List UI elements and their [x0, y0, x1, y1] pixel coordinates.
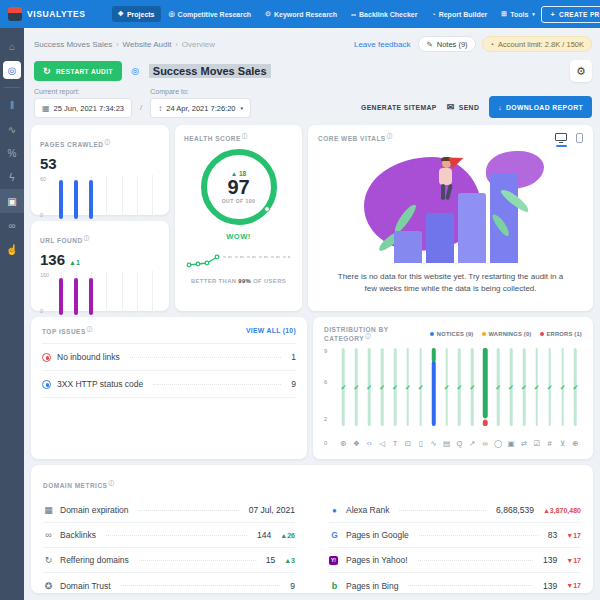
sidebar-item-home[interactable]: ⌂	[0, 34, 24, 58]
issue-count: 1	[291, 352, 296, 362]
nav-item-report-builder[interactable]: ◔Report Builder	[425, 7, 493, 22]
issue-label: 3XX HTTP status code	[57, 379, 143, 389]
info-icon[interactable]: ⓘ	[387, 133, 393, 139]
url-found-card: URL FOUNDⓘ 136▲1 1600	[31, 221, 169, 311]
nav-label: Keyword Research	[274, 11, 337, 18]
distribution-title: DISTRIBUTION BY CATEGORYⓘ	[324, 326, 430, 342]
mini-chart-bar	[74, 278, 78, 315]
metric-label: Pages in Bing	[346, 581, 398, 591]
view-all-issues-link[interactable]: VIEW ALL (10)	[246, 327, 296, 334]
sidebar-item-site-audit[interactable]: ▣	[0, 189, 24, 213]
issue-count: 9	[291, 379, 296, 389]
download-report-button[interactable]: ↓DOWNLOAD REPORT	[489, 96, 592, 118]
backlinks-icon: ∞	[43, 530, 54, 540]
nav-label: Backlink Checker	[359, 11, 417, 18]
active-device-underline	[556, 145, 567, 147]
mini-chart-bar	[59, 278, 63, 315]
pages-crawled-value: 53	[40, 155, 57, 172]
sidebar-item-feedback[interactable]: ☝	[0, 237, 24, 261]
info-icon[interactable]: ⓘ	[242, 133, 248, 139]
mobile-icon	[576, 133, 583, 143]
brand-logo-icon[interactable]	[8, 7, 22, 21]
legend-notices: NOTICES (9)	[430, 331, 474, 337]
legend-warnings: WARNINGS (0)	[482, 331, 532, 337]
restart-audit-label: RESTART AUDIT	[56, 68, 113, 75]
breadcrumb: Success Moves Sales › Website Audit › Ov…	[34, 40, 354, 49]
category-column-settings: ✓⊛	[337, 348, 350, 450]
metric-value: 9	[290, 581, 295, 591]
image-icon: ⊡	[405, 438, 411, 450]
current-report-date-picker[interactable]: ▦25 Jun, 2021 7:34:23	[34, 98, 132, 118]
check-icon: ✓	[418, 384, 424, 392]
nav-item-keyword-research[interactable]: ⊙Keyword Research	[259, 6, 343, 22]
nav-item-competitive-research[interactable]: ◎Competitive Research	[163, 6, 258, 22]
desktop-toggle-button[interactable]	[555, 133, 567, 147]
nav-label: Tools	[510, 11, 528, 18]
nav-item-tools[interactable]: ⊞Tools▾	[495, 6, 541, 22]
check-icon: ✓	[379, 384, 385, 392]
sidebar-item-keywords[interactable]: %	[0, 141, 24, 165]
url-found-value: 136	[40, 251, 65, 268]
info-icon[interactable]: ⓘ	[84, 235, 90, 241]
send-button[interactable]: ✉SEND	[447, 102, 479, 112]
metric-row-pages-in-yahoo: Y! Pages in Yahoo! 139 ▼17	[329, 548, 581, 573]
metric-delta: ▲3,870,480	[543, 507, 581, 514]
info-icon[interactable]: ⓘ	[87, 326, 93, 332]
core-web-vitals-title: CORE WEB VITALSⓘ	[318, 133, 555, 142]
check-icon: ✓	[392, 384, 398, 392]
check-icon: ✓	[353, 384, 359, 392]
code-icon: ‹›	[367, 438, 372, 450]
mini-chart-slot	[84, 271, 99, 315]
site-audit-icon: ▣	[7, 196, 16, 207]
sidebar-item-backlinks[interactable]: ∞	[0, 213, 24, 237]
illustration-stair	[426, 213, 454, 263]
sidebar-item-project[interactable]: ◎	[0, 58, 24, 82]
columns-icon: #	[548, 438, 552, 450]
spark-icon: ❖	[353, 438, 360, 450]
category-column-world: ✓⊕	[569, 348, 582, 450]
project-title-input[interactable]: Success Moves Sales	[149, 64, 271, 78]
info-icon[interactable]: ⓘ	[365, 333, 371, 339]
breadcrumb-separator: ›	[175, 41, 177, 48]
breadcrumb-section[interactable]: Website Audit	[123, 40, 172, 49]
leave-feedback-link[interactable]: Leave feedback	[354, 40, 411, 49]
y-tick: 9	[324, 348, 327, 354]
ok-segment	[431, 348, 436, 361]
audit-header-row: ↻RESTART AUDIT ◎ Success Moves Sales ⚙	[24, 52, 600, 82]
check-icon: ✓	[444, 384, 450, 392]
sidebar-item-speed[interactable]: ϟ	[0, 165, 24, 189]
issue-row-3xx-status[interactable]: 3XX HTTP status code 9	[42, 371, 296, 398]
notes-button[interactable]: ✎Notes (9)	[418, 36, 475, 52]
info-icon[interactable]: ⓘ	[104, 139, 110, 145]
info-icon[interactable]: ⓘ	[108, 480, 114, 486]
pages-crawled-chart: 600	[40, 175, 160, 219]
check-icon: ✓	[341, 384, 347, 392]
primary-nav: ❖Projects ◎Competitive Research ⊙Keyword…	[112, 6, 541, 22]
check-icon: ✓	[560, 384, 566, 392]
nav-label: Report Builder	[439, 11, 488, 18]
nav-item-projects[interactable]: ❖Projects	[112, 6, 161, 22]
download-icon: ↓	[498, 104, 502, 111]
breadcrumb-project[interactable]: Success Moves Sales	[34, 40, 112, 49]
nav-item-backlink-checker[interactable]: ∞Backlink Checker	[345, 7, 423, 22]
nav-label: Projects	[127, 11, 155, 18]
restart-audit-button[interactable]: ↻RESTART AUDIT	[34, 61, 122, 81]
check-icon: ✓	[366, 384, 372, 392]
sidebar-item-rank-tracking[interactable]: ∿	[0, 117, 24, 141]
mobile-toggle-button[interactable]	[576, 133, 583, 143]
generate-sitemap-button[interactable]: GENERATE SITEMAP	[361, 104, 437, 111]
top-issues-card: TOP ISSUESⓘ VIEW ALL (10) No inbound lin…	[31, 317, 307, 459]
errors-bar	[483, 420, 488, 426]
create-project-button[interactable]: +CREATE PROJECT	[541, 6, 600, 23]
settings-button[interactable]: ⚙	[570, 60, 592, 82]
account-limit-badge[interactable]: ◔Account limit: 2.8K / 150K	[482, 36, 592, 52]
sidebar-item-analytics[interactable]: ‖	[0, 93, 24, 117]
settings-icon: ⊛	[340, 438, 346, 450]
mini-chart-slot	[68, 175, 83, 219]
issue-row-no-inbound-links[interactable]: No inbound links 1	[42, 344, 296, 371]
metric-row-domain-trust: ✪ Domain Trust 9	[43, 573, 295, 598]
category-column-code: ✓‹›	[363, 348, 376, 450]
compare-report-select[interactable]: ↕24 Apr, 2021 7:26:20▾	[150, 98, 251, 118]
domain-metrics-right-column: ● Alexa Rank 6,868,539 ▲3,870,480 G Page…	[329, 498, 581, 598]
url-found-delta: ▲1	[69, 259, 80, 266]
